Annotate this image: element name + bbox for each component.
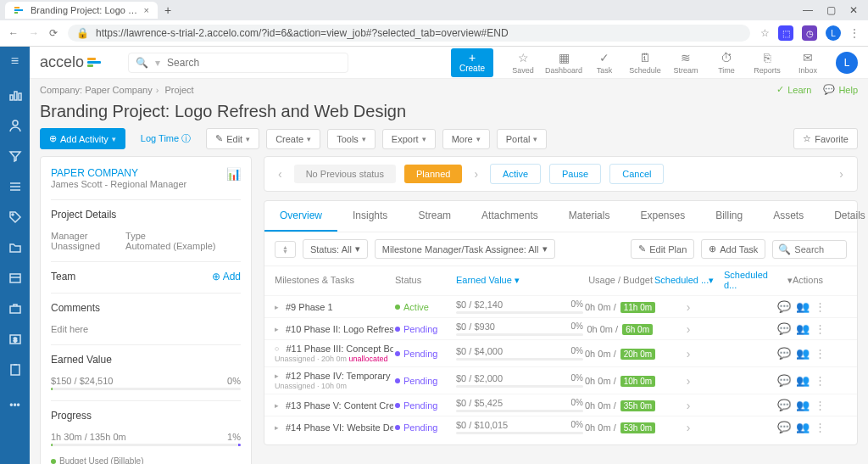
url-input[interactable]: 🔒 https://lawrence-s-trial-2.accelo.com/… [68,25,750,42]
row-menu-icon[interactable]: ⋮ [815,322,826,335]
help-link[interactable]: 💬 Help [823,84,858,95]
bookmark-star-icon[interactable]: ☆ [760,27,770,39]
row-menu-icon[interactable]: ⋮ [815,300,826,313]
case-icon[interactable] [8,301,23,316]
table-row[interactable]: ○#11 Phase III: Concept Boar... Unassign… [264,339,857,366]
comment-icon[interactable]: 💬 [777,300,791,313]
window-close-icon[interactable]: ✕ [849,4,858,16]
comment-icon[interactable]: 💬 [777,347,791,360]
col-sched1[interactable]: Scheduled ...▾ [654,275,722,286]
create-dropdown[interactable]: Create [266,129,320,149]
layers-icon[interactable] [8,179,23,194]
reports-action[interactable]: ⎘Reports [748,51,787,75]
tools-dropdown[interactable]: Tools [327,129,376,149]
milestone-search-input[interactable] [794,244,841,254]
status-filter[interactable]: Status: All ▾ [303,239,368,259]
task-action[interactable]: ✓Task [585,51,624,75]
schedule-action[interactable]: 🗓Schedule [626,51,665,75]
row-menu-icon[interactable]: ⋮ [815,347,826,360]
tab-materials[interactable]: Materials [554,201,626,232]
browser-tab[interactable]: Branding Project: Logo Refresh a... × [5,2,158,19]
new-tab-button[interactable]: + [164,3,171,17]
assignee-icon[interactable]: 👥 [796,399,810,411]
status-option-cancel[interactable]: Cancel [609,164,664,184]
edit-button[interactable]: ✎ Edit [206,128,259,149]
log-time-link[interactable]: Log Time ⓘ [132,128,199,149]
row-menu-icon[interactable]: ⋮ [815,421,826,433]
create-button[interactable]: + Create [451,48,493,77]
assignee-icon[interactable]: 👥 [796,374,810,387]
add-task-button[interactable]: ⊕ Add Task [701,239,765,259]
window-maximize-icon[interactable]: ▢ [826,4,836,16]
portal-dropdown[interactable]: Portal [497,129,548,149]
export-dropdown[interactable]: Export [382,129,436,149]
box-icon[interactable] [8,271,23,286]
search-input[interactable] [167,57,341,69]
breadcrumb-project[interactable]: Project [153,85,194,95]
filter-icon[interactable] [8,148,23,164]
tab-insights[interactable]: Insights [337,201,403,232]
assignee-icon[interactable]: 👥 [796,347,810,360]
global-search[interactable]: 🔍 ▾ [128,53,348,73]
user-icon[interactable] [8,118,23,133]
scheduled-cell[interactable]: › [654,399,722,412]
inbox-action[interactable]: ✉Inbox [788,51,827,75]
user-avatar[interactable]: L [836,52,858,74]
status-option-pause[interactable]: Pause [549,164,601,184]
sort-toggle[interactable]: ▲▼ [275,241,296,258]
status-prev-icon[interactable]: ‹ [275,167,286,181]
expand-icon[interactable]: ▸ [275,423,279,432]
comment-icon[interactable]: 💬 [777,322,791,335]
expand-icon[interactable]: ▸ [275,325,279,333]
comment-icon[interactable]: 💬 [777,374,791,387]
folder-icon[interactable] [8,240,23,255]
table-row[interactable]: ▸#9 Phase 1 Active $0 / $2,1400% 0h 0m /… [264,295,857,317]
comment-icon[interactable]: 💬 [777,421,791,433]
expand-icon[interactable]: ▸ [275,303,279,311]
browser-profile-avatar[interactable]: L [826,25,841,41]
saved-action[interactable]: ☆Saved [504,51,542,75]
dollar-icon[interactable]: $ [8,332,23,347]
assignee-icon[interactable]: 👥 [796,322,810,335]
table-row[interactable]: ▸#14 Phase VI: Website Design Pending $0… [264,416,857,438]
dashboard-action[interactable]: ▦Dashboard [544,51,583,75]
status-option-active[interactable]: Active [490,164,541,184]
extension-icon[interactable]: ◷ [802,25,817,41]
tab-assets[interactable]: Assets [758,201,819,232]
status-next-icon[interactable]: › [470,167,481,181]
col-sched2[interactable]: Scheduled d... [724,270,783,290]
logo[interactable]: accelo [40,53,101,71]
tab-billing[interactable]: Billing [700,201,758,232]
chart-icon[interactable] [8,87,23,103]
tab-attachments[interactable]: Attachments [466,201,554,232]
team-add-button[interactable]: ⊕ Add [212,271,241,282]
scheduled-cell[interactable]: › [654,421,722,434]
table-row[interactable]: ▸#10 Phase II: Logo Refresh Pending $0 /… [264,317,857,339]
extension-icon[interactable]: ⬚ [778,25,793,41]
tab-details[interactable]: Details [819,201,868,232]
favorite-button[interactable]: ☆ Favorite [793,128,858,149]
company-name[interactable]: PAPER COMPANY [51,167,226,179]
tab-expenses[interactable]: Expenses [625,201,700,232]
row-menu-icon[interactable]: ⋮ [815,399,826,411]
edit-plan-button[interactable]: ✎ Edit Plan [631,239,694,259]
reload-icon[interactable]: ⟳ [49,27,58,39]
expand-icon[interactable]: ○ [275,344,279,353]
chart-icon[interactable]: 📊 [226,167,241,181]
tab-overview[interactable]: Overview [264,201,337,232]
tab-stream[interactable]: Stream [403,201,466,232]
assignee-filter[interactable]: Milestone Manager/Task Assignee: All ▾ [375,239,555,259]
row-menu-icon[interactable]: ⋮ [815,374,826,387]
milestone-search[interactable]: 🔍 [772,240,847,259]
company-contact[interactable]: James Scott - Regional Manager [51,179,226,189]
back-icon[interactable]: ← [8,27,19,39]
comment-icon[interactable]: 💬 [777,399,791,411]
add-activity-button[interactable]: ⊕ Add Activity [40,128,125,149]
expand-icon[interactable]: ▸ [275,372,279,380]
col-earned[interactable]: Earned Value ▾ [456,275,583,286]
more-dropdown[interactable]: More [442,129,490,149]
time-action[interactable]: ⏱Time [707,51,746,75]
tag-icon[interactable] [8,210,23,225]
scheduled-cell[interactable]: › [654,374,722,388]
table-row[interactable]: ▸#13 Phase V: Content Creati... Pending … [264,394,857,416]
